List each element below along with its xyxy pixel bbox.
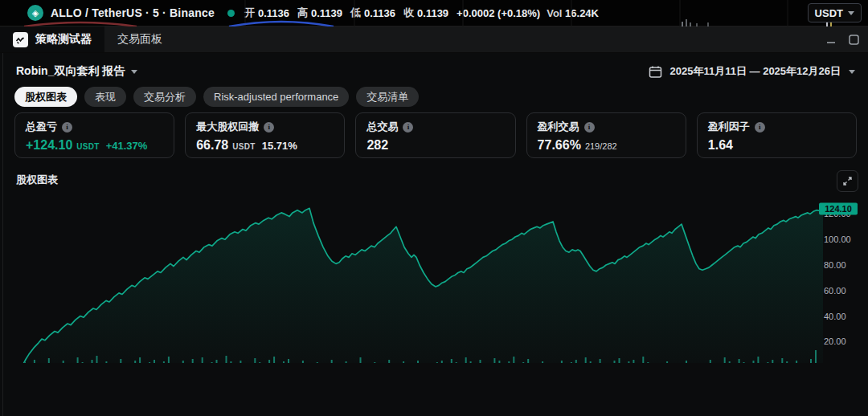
y-axis-tick: 40.00 [824,312,846,321]
change-value: +0.0002 (+0.18%) [457,7,540,19]
high-label: 高 [297,6,308,20]
symbol-info-bar: ◈ ALLO / TetherUS · 5 · Binance 开 0.1136… [0,0,868,27]
chevron-down-icon [131,70,137,74]
strategy-title: Robin_双向套利 报告 [16,64,125,79]
date-range-picker[interactable]: 2025年11月11日 — 2025年12月26日 [649,64,855,79]
low-label: 低 [350,6,361,20]
close-value: 0.1139 [417,7,448,19]
currency-value: USDT [815,7,843,19]
tab-strategy-tester[interactable]: 策略测试器 [0,27,104,52]
y-axis-tick: 0 [824,362,829,363]
equity-chart[interactable]: 120.00100.0080.0060.0040.0020.00012日14日1… [0,116,868,363]
symbol-title[interactable]: ALLO / TetherUS · 5 · Binance [51,6,215,19]
minimize-panel-icon[interactable] [825,35,837,46]
y-axis-tick: 20.00 [824,336,846,346]
report-header: Robin_双向套利 报告 2025年11月11日 — 2025年12月26日 [16,61,855,82]
currency-dropdown[interactable]: USDT [808,3,862,22]
market-status-dot [227,10,235,17]
volume-label: Vol [547,7,562,19]
panel-window-controls [825,27,860,53]
tab-equity-chart[interactable]: 股权图表 [14,87,77,107]
high-value: 0.1139 [311,7,342,19]
tab-strategy-tester-label: 策略测试器 [35,32,92,47]
y-axis-tick: 60.00 [824,286,846,296]
ohlc-values: 开 0.1136 高 0.1139 低 0.1136 收 0.1139 +0.0… [244,6,540,20]
calendar-icon [649,65,662,79]
open-value: 0.1136 [258,7,289,19]
chevron-down-icon [849,70,855,74]
tab-trading-panel-label: 交易面板 [117,32,162,47]
tab-trade-analysis[interactable]: 交易分析 [133,87,196,107]
tab-trade-list[interactable]: 交易清单 [356,87,419,107]
date-range-value: 2025年11月11日 — 2025年12月26日 [670,64,841,79]
strategy-tester-icon [13,32,28,47]
maximize-panel-icon[interactable] [848,34,860,46]
strategy-selector[interactable]: Robin_双向套利 报告 [16,64,137,79]
last-value-badge: 124.10 [825,204,852,214]
symbol-logo: ◈ [27,5,43,21]
open-label: 开 [244,6,255,20]
report-view-tabs: 股权图表 表现 交易分析 Risk-adjusted performance 交… [14,87,419,107]
chevron-down-icon [848,11,854,15]
tab-risk-adjusted[interactable]: Risk-adjusted performance [203,87,349,107]
tab-trading-panel[interactable]: 交易面板 [104,27,175,52]
volume-value: Vol 16.24K [547,7,599,19]
tab-performance[interactable]: 表现 [84,87,126,107]
y-axis-tick: 100.00 [824,235,851,244]
y-axis-tick: 80.00 [824,260,846,270]
close-label: 收 [403,6,414,20]
low-value: 0.1136 [364,7,395,19]
bottom-panel-tabbar: 策略测试器 交易面板 [0,27,868,53]
